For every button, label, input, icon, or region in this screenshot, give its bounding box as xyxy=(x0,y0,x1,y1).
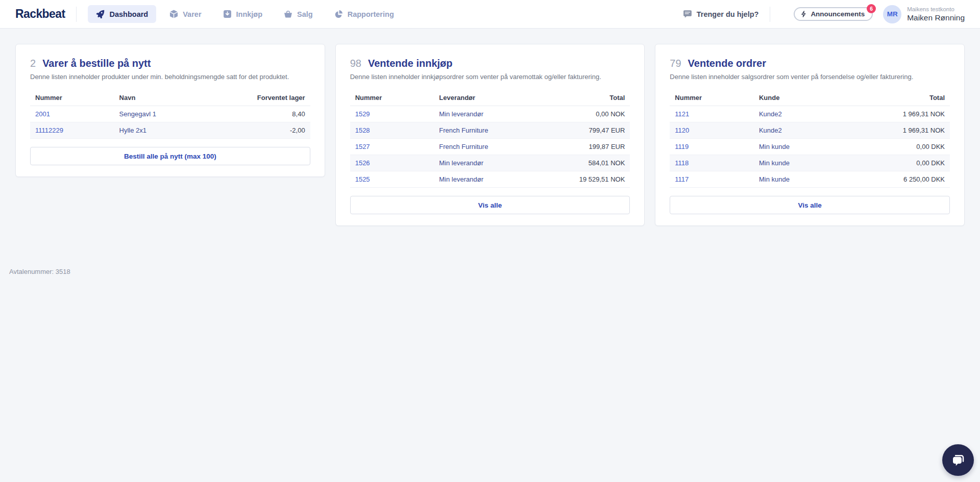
reorder-all-button[interactable]: Bestill alle på nytt (max 100) xyxy=(30,147,310,165)
customer-link[interactable]: Kunde2 xyxy=(759,110,782,118)
order-number-link[interactable]: 1118 xyxy=(675,159,689,167)
agreement-number: Avtalenummer: 3518 xyxy=(9,268,980,275)
pie-chart-icon xyxy=(334,10,343,18)
card-pending-orders: 79 Ventende ordrer Denne listen innehold… xyxy=(655,44,965,226)
chat-launcher-button[interactable] xyxy=(942,444,974,476)
rackbeat-logo[interactable]: Rackbeat xyxy=(15,7,65,21)
help-label: Trenger du hjelp? xyxy=(697,10,759,18)
card-pending-purchases: 98 Ventende innkjøp Denne listen innehol… xyxy=(335,44,645,226)
order-number-link[interactable]: 1120 xyxy=(675,126,689,134)
table-row: 1121 Kunde2 1 969,31 NOK xyxy=(670,106,950,122)
total-value: 19 529,51 NOK xyxy=(557,171,630,188)
nav-item-salg[interactable]: Salg xyxy=(276,5,321,23)
column-header: Total xyxy=(877,90,950,106)
supplier-link[interactable]: Min leverandør xyxy=(439,159,483,167)
order-number-link[interactable]: 1121 xyxy=(675,110,689,118)
card-title: Varer å bestille på nytt xyxy=(42,58,151,69)
pending-orders-table: Nummer Kunde Total 1121 Kunde2 1 969,31 … xyxy=(670,90,950,188)
announcements-button[interactable]: Announcements 6 xyxy=(794,7,873,21)
total-value: 1 969,31 NOK xyxy=(877,106,950,122)
table-row: 1120 Kunde2 1 969,31 NOK xyxy=(670,122,950,139)
total-value: 0,00 DKK xyxy=(877,139,950,155)
nav-item-innkjop[interactable]: Innkjøp xyxy=(215,5,271,23)
top-bar: Rackbeat Dashboard Varer Innkjøp Salg Ra… xyxy=(0,0,980,29)
total-value: 1 969,31 NOK xyxy=(877,122,950,139)
card-count: 98 xyxy=(350,58,361,69)
nav-item-label: Varer xyxy=(183,10,201,18)
column-header: Nummer xyxy=(670,90,754,106)
total-value: 6 250,00 DKK xyxy=(877,171,950,188)
total-value: 584,01 NOK xyxy=(557,155,630,171)
table-row: 1119 Min kunde 0,00 DKK xyxy=(670,139,950,155)
card-header: 79 Ventende ordrer xyxy=(670,58,950,69)
nav-item-label: Dashboard xyxy=(109,10,148,18)
pending-purchases-table: Nummer Leverandør Total 1529 Min leveran… xyxy=(350,90,630,188)
reorder-products-table: Nummer Navn Forventet lager 2001 Sengega… xyxy=(30,90,310,139)
purchase-number-link[interactable]: 1527 xyxy=(355,143,370,150)
main-nav: Dashboard Varer Innkjøp Salg Rapporterin… xyxy=(88,5,402,23)
cube-icon xyxy=(169,10,178,18)
chat-icon xyxy=(683,10,692,19)
product-number-link[interactable]: 11112229 xyxy=(35,126,63,134)
table-row: 1528 French Furniture 799,47 EUR xyxy=(350,122,630,139)
purchase-number-link[interactable]: 1526 xyxy=(355,159,370,167)
card-description: Denne listen inneholder innkjøpsordrer s… xyxy=(350,73,630,81)
total-value: 799,47 EUR xyxy=(557,122,630,139)
table-row: 1527 French Furniture 199,87 EUR xyxy=(350,139,630,155)
lightning-icon xyxy=(800,11,807,17)
table-row: 1526 Min leverandør 584,01 NOK xyxy=(350,155,630,171)
table-row: 11112229 Hylle 2x1 -2,00 xyxy=(30,122,310,139)
order-number-link[interactable]: 1119 xyxy=(675,143,689,150)
help-button[interactable]: Trenger du hjelp? xyxy=(683,10,759,19)
supplier-link[interactable]: French Furniture xyxy=(439,126,488,134)
customer-link[interactable]: Min kunde xyxy=(759,143,790,150)
card-title: Ventende ordrer xyxy=(688,58,766,69)
table-row: 1525 Min leverandør 19 529,51 NOK xyxy=(350,171,630,188)
expected-stock-value: -2,00 xyxy=(240,122,310,139)
nav-item-varer[interactable]: Varer xyxy=(161,5,209,23)
column-header: Navn xyxy=(114,90,240,106)
column-header: Forventet lager xyxy=(240,90,310,106)
download-box-icon xyxy=(223,10,232,18)
purchase-number-link[interactable]: 1525 xyxy=(355,175,370,183)
basket-icon xyxy=(284,10,292,18)
card-title: Ventende innkjøp xyxy=(368,58,453,69)
dashboard-content: 2 Varer å bestille på nytt Denne listen … xyxy=(0,29,980,241)
card-count: 79 xyxy=(670,58,681,69)
customer-link[interactable]: Kunde2 xyxy=(759,126,782,134)
user-avatar[interactable]: MR xyxy=(883,5,901,23)
card-header: 2 Varer å bestille på nytt xyxy=(30,58,310,69)
divider xyxy=(770,7,770,22)
product-name-link[interactable]: Hylle 2x1 xyxy=(119,126,146,134)
column-header: Nummer xyxy=(30,90,114,106)
order-number-link[interactable]: 1117 xyxy=(675,175,689,183)
nav-item-rapportering[interactable]: Rapportering xyxy=(326,5,402,23)
column-header: Kunde xyxy=(754,90,877,106)
supplier-link[interactable]: Min leverandør xyxy=(439,110,483,118)
nav-item-label: Salg xyxy=(297,10,313,18)
purchase-number-link[interactable]: 1529 xyxy=(355,110,370,118)
nav-item-dashboard[interactable]: Dashboard xyxy=(88,5,156,23)
expected-stock-value: 8,40 xyxy=(240,106,310,122)
view-all-orders-button[interactable]: Vis alle xyxy=(670,196,950,214)
rocket-icon xyxy=(96,10,105,18)
product-name-link[interactable]: Sengegavl 1 xyxy=(119,110,156,118)
view-all-purchases-button[interactable]: Vis alle xyxy=(350,196,630,214)
table-row: 1529 Min leverandør 0,00 NOK xyxy=(350,106,630,122)
card-header: 98 Ventende innkjøp xyxy=(350,58,630,69)
user-menu[interactable]: Maikens testkonto Maiken Rønning xyxy=(907,6,965,23)
customer-link[interactable]: Min kunde xyxy=(759,175,790,183)
supplier-link[interactable]: French Furniture xyxy=(439,143,488,150)
card-description: Denne listen inneholder salgsordrer som … xyxy=(670,73,950,81)
purchase-number-link[interactable]: 1528 xyxy=(355,126,370,134)
table-row: 1118 Min kunde 0,00 DKK xyxy=(670,155,950,171)
divider xyxy=(76,7,77,22)
supplier-link[interactable]: Min leverandør xyxy=(439,175,483,183)
column-header: Leverandør xyxy=(434,90,557,106)
customer-link[interactable]: Min kunde xyxy=(759,159,790,167)
total-value: 199,87 EUR xyxy=(557,139,630,155)
announcements-badge: 6 xyxy=(867,4,876,13)
product-number-link[interactable]: 2001 xyxy=(35,110,50,118)
column-header: Nummer xyxy=(350,90,434,106)
card-count: 2 xyxy=(30,58,36,69)
